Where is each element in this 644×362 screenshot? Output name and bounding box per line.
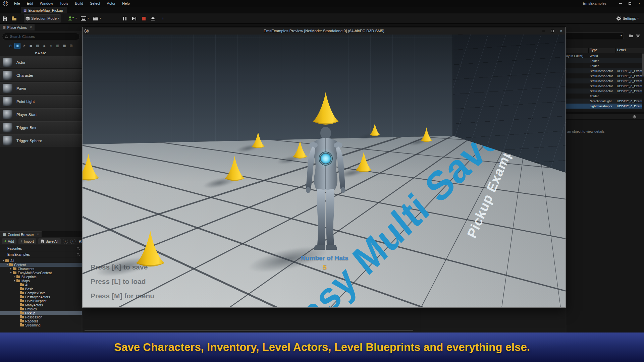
close-button[interactable]: ×	[635, 0, 644, 7]
close-icon[interactable]: ×	[30, 26, 32, 29]
volumes-category-icon[interactable]: ▥	[55, 43, 61, 49]
geometry-category-icon[interactable]: ◇	[48, 43, 54, 49]
outliner-row[interactable]: Folder	[566, 94, 642, 99]
placeable-trigger-sphere[interactable]: Trigger Sphere	[0, 134, 82, 147]
menu-tools[interactable]: Tools	[56, 0, 72, 7]
tree-item-possession[interactable]: Possession	[0, 315, 82, 319]
menu-actor[interactable]: Actor	[104, 0, 119, 7]
preview-close-button[interactable]: ×	[557, 27, 566, 34]
media-category-icon[interactable]: ▦	[61, 43, 67, 49]
outliner-panel: ▾ Type Level ay In Editor)World Folder F…	[566, 24, 644, 333]
vertical-scrollbar[interactable]	[642, 53, 644, 77]
menu-help[interactable]: Help	[119, 0, 133, 7]
outliner-row[interactable]: StaticMeshActorUEDPIE_0_Exam	[566, 73, 642, 78]
outliner-row[interactable]: DirectionalLightUEDPIE_0_Exam	[566, 99, 642, 104]
column-type[interactable]: Type	[588, 48, 615, 53]
placeable-actor[interactable]: Actor	[0, 56, 82, 69]
placeable-pawn[interactable]: Pawn	[0, 82, 82, 95]
maximize-button[interactable]	[625, 0, 635, 7]
recently-placed-icon[interactable]: ◷	[8, 43, 14, 49]
tree-item-pickup[interactable]: Pickup	[0, 311, 82, 315]
outliner-settings-icon[interactable]	[635, 33, 640, 38]
tab-level-examplemap-pickup[interactable]: ▦ ExampleMap_Pickup	[21, 7, 67, 13]
tree-item-complexdata[interactable]: ComplexData	[0, 291, 82, 295]
all-classes-category-icon[interactable]: ⊞	[68, 43, 74, 49]
details-cube-icon[interactable]	[632, 114, 637, 119]
save-button[interactable]	[1, 14, 9, 22]
tree-item-streaming[interactable]: Streaming	[0, 323, 82, 327]
tree-item-maps[interactable]: ▾Maps	[0, 279, 82, 283]
visual-effects-category-icon[interactable]: ◈	[41, 43, 47, 49]
menu-edit[interactable]: Edit	[23, 0, 37, 7]
settings-dropdown[interactable]: Settings ▾	[615, 14, 640, 22]
selection-mode-dropdown[interactable]: Selection Mode ▾	[24, 14, 61, 22]
play-options-button[interactable]: ⋮	[158, 14, 168, 22]
outliner-row[interactable]: StaticMeshActorUEDPIE_0_Exam	[566, 83, 642, 88]
tree-item-ai[interactable]: AI	[0, 283, 82, 287]
preview-minimize-button[interactable]	[539, 27, 548, 34]
eject-button[interactable]	[149, 14, 157, 22]
forward-button[interactable]: ›	[70, 239, 75, 244]
outliner-row[interactable]: StaticMeshActorUEDPIE_0_Exam	[566, 88, 642, 94]
placeable-point-light[interactable]: Point Light	[0, 95, 82, 108]
tree-item-characters[interactable]: ▸Characters	[0, 267, 82, 271]
basic-category-icon[interactable]: ▣	[14, 43, 20, 49]
outliner-row[interactable]: ay In Editor)World	[566, 53, 642, 58]
menu-file[interactable]: File	[11, 0, 23, 7]
tree-item-manyactors[interactable]: ManyActors	[0, 303, 82, 307]
cinematic-category-icon[interactable]: ▤	[35, 43, 41, 49]
placeable-player-start[interactable]: Player Start	[0, 108, 82, 121]
frame-step-button[interactable]	[130, 14, 138, 22]
tree-item-content[interactable]: ▾Content	[0, 263, 82, 267]
import-button[interactable]: ↓ Import	[18, 238, 36, 244]
menu-build[interactable]: Build	[72, 0, 87, 7]
outliner-row[interactable]: StaticMeshActorUEDPIE_0_Exam	[566, 78, 642, 83]
actor-thumbnail	[3, 136, 12, 145]
search-classes-input[interactable]	[9, 34, 70, 39]
back-button[interactable]: ‹	[63, 239, 68, 244]
cinematics-button[interactable]: ▾	[92, 14, 102, 22]
outliner-row[interactable]: Folder	[566, 58, 642, 63]
tree-item-ragdolls[interactable]: Ragdolls	[0, 319, 82, 323]
stop-button[interactable]	[140, 14, 148, 22]
tab-content-browser[interactable]: ▦ Content Browser ×	[0, 231, 42, 237]
save-all-button[interactable]: Save All	[38, 238, 61, 244]
column-level[interactable]: Level	[615, 48, 644, 53]
collection-section[interactable]: EmsExamples	[0, 251, 82, 257]
gear-icon	[616, 16, 621, 21]
tab-place-actors[interactable]: ⊞ Place Actors ×	[0, 24, 35, 31]
unreal-editor-window: U File Edit Window Tools Build Select Ac…	[0, 0, 644, 362]
shapes-category-icon[interactable]: ◼	[28, 43, 34, 49]
outliner-row[interactable]: StaticMeshActorUEDPIE_0_Exam	[566, 68, 642, 73]
placeable-trigger-box[interactable]: Trigger Box	[0, 121, 82, 134]
close-icon[interactable]: ×	[37, 233, 39, 236]
tree-item-destroyedactors[interactable]: DestroyedActors	[0, 295, 82, 299]
search-icon[interactable]	[77, 253, 79, 255]
game-viewport[interactable]: Easy Multi Save Pickup Example	[83, 35, 566, 307]
lights-category-icon[interactable]: ☀	[21, 43, 27, 49]
tree-item-blueprints[interactable]: ▸Blueprints	[0, 275, 82, 279]
horizontal-scrollbar[interactable]	[85, 330, 413, 331]
editor-modes-button[interactable]: ▾	[79, 14, 90, 22]
outliner-filter-box[interactable]: ▾	[566, 33, 624, 39]
add-actor-button[interactable]: ▾	[67, 14, 78, 22]
search-icon[interactable]	[77, 247, 79, 249]
minimize-button[interactable]	[616, 0, 625, 7]
browse-content-button	[10, 14, 18, 22]
tree-item-physics[interactable]: Physics	[0, 307, 82, 311]
tree-item-all[interactable]: ▾All	[0, 259, 82, 263]
pause-button[interactable]	[121, 14, 129, 22]
tree-item-levelblueprint[interactable]: LevelBlueprint	[0, 299, 82, 303]
add-button[interactable]: + Add	[2, 238, 16, 244]
preview-maximize-button[interactable]	[548, 27, 557, 34]
tree-item-basic[interactable]: Basic	[0, 287, 82, 291]
tree-item-easymultisavecontent[interactable]: ▾EasyMultiSaveContent	[0, 271, 82, 275]
favorites-section[interactable]: Favorites	[0, 245, 82, 251]
outliner-row[interactable]: LightmassImporUEDPIE_0_Exam	[566, 104, 642, 109]
new-folder-icon[interactable]	[629, 33, 634, 38]
outliner-row[interactable]: Folder	[566, 63, 642, 68]
preview-title-bar[interactable]: EmsExamples Preview [NetMode: Standalone…	[83, 27, 566, 35]
placeable-character[interactable]: Character	[0, 69, 82, 82]
menu-select[interactable]: Select	[87, 0, 104, 7]
menu-window[interactable]: Window	[37, 0, 56, 7]
